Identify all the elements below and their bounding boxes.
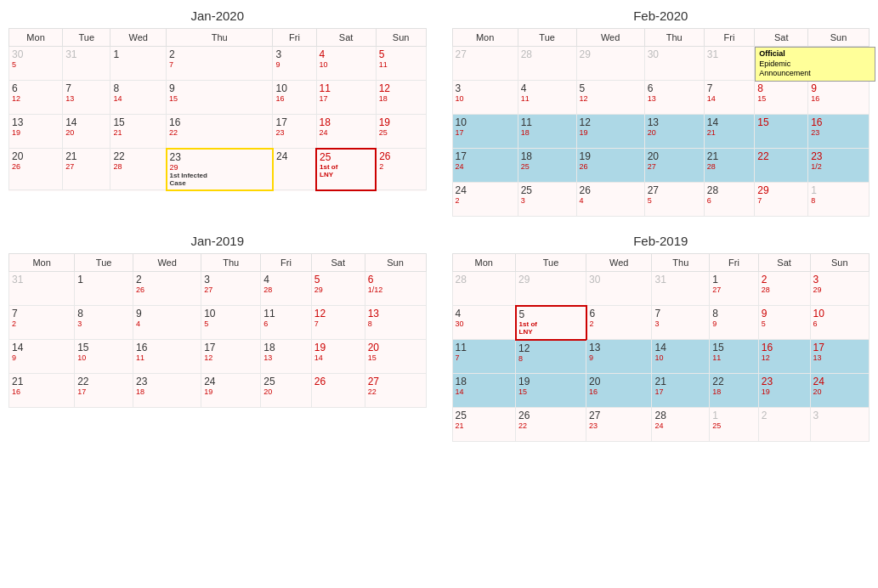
cell-day-number: 19 bbox=[314, 342, 362, 353]
cell-sub-text: 28 bbox=[707, 162, 752, 171]
cell-day-number: 27 bbox=[648, 184, 701, 196]
cell-day-number: 9 bbox=[811, 82, 866, 94]
cell-sub-text: 5 bbox=[648, 196, 701, 205]
cell-sub-text: 5 bbox=[204, 319, 258, 328]
cell-sub-text: 13 bbox=[813, 353, 867, 362]
cell-day-number: 28 bbox=[707, 184, 752, 196]
calendar-week-row: 24225326427528629718 bbox=[452, 183, 870, 217]
calendar-cell: 310 bbox=[452, 81, 518, 115]
cell-sub-text: 11 bbox=[521, 94, 574, 103]
cell-day-number: 10 bbox=[456, 116, 515, 128]
cell-day-number: 29 bbox=[580, 48, 642, 60]
calendar-table: MonTueWedThuFriSatSun2829303112722832943… bbox=[452, 253, 870, 442]
calendar-jan2020: Jan-2020MonTueWedThuFriSatSun30531127394… bbox=[8, 8, 427, 217]
calendar-cell: 228 bbox=[758, 272, 810, 306]
cell-sub-text: 2 bbox=[12, 319, 71, 328]
cell-day-number: 24 bbox=[204, 376, 258, 387]
calendar-header: Mon bbox=[452, 254, 516, 272]
cell-day-number: 7 bbox=[707, 82, 752, 94]
cell-sub-text: 13 bbox=[65, 94, 107, 103]
calendar-header: Tue bbox=[75, 254, 133, 272]
calendar-header: Wed bbox=[586, 254, 652, 272]
cell-sub-text: 19 bbox=[762, 387, 807, 396]
calendar-header: Sat bbox=[316, 29, 376, 47]
cell-day-number: 14 bbox=[12, 342, 71, 353]
cell-day-number: 8 bbox=[712, 308, 756, 319]
calendar-header: Sun bbox=[808, 29, 870, 47]
cell-day-number: 3 bbox=[275, 48, 313, 60]
cell-sub-text: 18 bbox=[136, 387, 198, 396]
cell-sub-text: 10 bbox=[320, 60, 373, 69]
cell-sub-text: 12 bbox=[762, 353, 807, 362]
cell-day-number: 27 bbox=[456, 48, 515, 60]
calendar-cell: 2116 bbox=[9, 374, 75, 408]
calendar-week-row: 310411512613714815916 bbox=[452, 81, 870, 115]
cell-day-number: 8 bbox=[757, 82, 805, 94]
cell-day-number: 23 bbox=[811, 150, 866, 162]
calendar-cell: 39 bbox=[273, 47, 316, 81]
cell-sub-text: 14 bbox=[314, 353, 362, 362]
calendar-week-row: 10171118121913201421151623 bbox=[452, 115, 870, 149]
cell-day-number: 25 bbox=[456, 410, 513, 421]
calendar-week-row: 43051st ofLNY62738995106 bbox=[452, 306, 870, 340]
calendar-cell: 2319 bbox=[758, 374, 810, 408]
cell-day-number: 2 bbox=[762, 274, 807, 286]
calendar-cell: 27 bbox=[167, 47, 273, 81]
cell-day-number: 14 bbox=[65, 116, 107, 128]
calendar-cell: 713 bbox=[63, 81, 110, 115]
calendar-table: MonTueWedThuFriSatSun31122632742852961/1… bbox=[8, 253, 427, 408]
calendar-cell: 1915 bbox=[516, 374, 586, 408]
cell-day-number: 31 bbox=[707, 48, 752, 60]
cell-sub-text: 23 bbox=[589, 421, 649, 430]
cell-day-number: 17 bbox=[813, 342, 867, 353]
cell-day-number: 9 bbox=[169, 82, 269, 94]
calendar-cell: 814 bbox=[110, 81, 167, 115]
cell-sub-text: 28 bbox=[113, 162, 162, 171]
cell-sub-text: 11 bbox=[712, 353, 756, 362]
cell-sub-text: 6 bbox=[707, 196, 752, 205]
cell-sub-text: 17 bbox=[320, 94, 373, 103]
cell-sub-text: 16 bbox=[811, 94, 866, 103]
cell-day-number: 26 bbox=[580, 184, 642, 196]
calendar-cell: 2520 bbox=[261, 374, 312, 408]
calendar-feb2019: Feb-2019MonTueWedThuFriSatSun28293031127… bbox=[452, 234, 870, 442]
calendar-cell: 1320 bbox=[644, 115, 704, 149]
cell-sub-text: 22 bbox=[518, 421, 583, 430]
cell-day-number: 17 bbox=[456, 150, 515, 162]
cell-sub-text: 26 bbox=[136, 286, 198, 294]
cell-sub-text: 12 bbox=[580, 94, 642, 103]
cell-sub-text: 18 bbox=[521, 128, 574, 137]
calendar-week-row: 1724182519262027212822231/2 bbox=[452, 149, 870, 183]
calendar-cell: 31 bbox=[9, 272, 75, 306]
cell-sub-text: 14 bbox=[113, 94, 163, 103]
cell-sub-text: 29 bbox=[314, 286, 362, 294]
calendar-cell: 3 bbox=[810, 408, 870, 442]
cell-sub-text: 15 bbox=[368, 353, 423, 362]
calendar-cell: 411 bbox=[518, 81, 576, 115]
calendar-cell: 2521 bbox=[452, 408, 516, 442]
calendar-week-row: 728394105116127138 bbox=[9, 306, 427, 340]
calendar-cell: 2622 bbox=[516, 408, 586, 442]
calendar-cell: 1724 bbox=[452, 149, 518, 183]
cell-sub-text: 12 bbox=[204, 353, 258, 362]
cell-sub-text: 7 bbox=[757, 196, 805, 205]
calendar-cell: 28 bbox=[518, 47, 576, 81]
calendar-cell: 138 bbox=[365, 306, 426, 340]
cell-day-number: 15 bbox=[77, 342, 130, 353]
calendar-header: Mon bbox=[9, 29, 63, 47]
cell-sub-text: 6 bbox=[813, 319, 867, 328]
calendar-header: Fri bbox=[704, 29, 755, 47]
cell-day-number: 27 bbox=[368, 376, 423, 387]
cell-day-number: 17 bbox=[204, 342, 258, 353]
cell-day-number: 1 bbox=[712, 274, 756, 286]
calendar-header: Wed bbox=[576, 29, 644, 47]
cell-day-number: 3 bbox=[813, 410, 867, 421]
cell-sub-text: 24 bbox=[654, 421, 706, 430]
calendar-cell: 61/12 bbox=[365, 272, 426, 306]
cell-sub-text: 4 bbox=[136, 319, 198, 328]
cell-day-number: 9 bbox=[762, 308, 807, 319]
cell-sub-text: 8 bbox=[518, 354, 583, 363]
cell-sub-text: 20 bbox=[813, 387, 867, 396]
cell-sub-text: 6 bbox=[263, 319, 309, 328]
cell-day-number: 1 bbox=[811, 184, 866, 196]
